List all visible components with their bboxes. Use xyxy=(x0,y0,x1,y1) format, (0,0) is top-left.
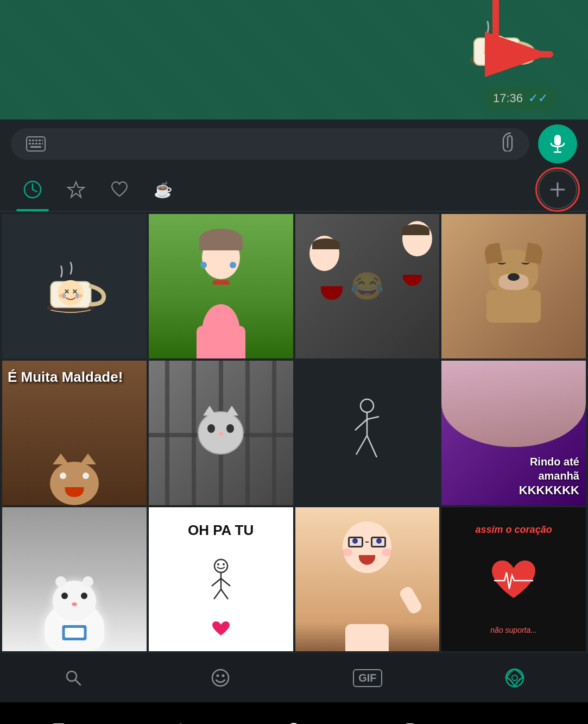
svg-line-53 xyxy=(214,589,221,599)
sticker-cat-cage[interactable] xyxy=(149,361,293,505)
emoji-tab-button[interactable] xyxy=(201,658,240,697)
svg-line-44 xyxy=(367,417,379,419)
nav-recents[interactable] xyxy=(395,713,428,724)
sticker-rindo[interactable]: Rindo atéamanhãKKKKKKK xyxy=(441,361,586,505)
svg-point-47 xyxy=(214,559,227,572)
message-bubble: 17:36 ✓✓ xyxy=(485,87,555,110)
svg-rect-18 xyxy=(39,143,41,144)
chat-background: ✕ ✕ 17:36 ✓✓ xyxy=(0,0,588,119)
sticker-coffee-cry[interactable] xyxy=(2,214,147,358)
sticker-oh-pa-tu[interactable]: OH PA TU xyxy=(149,507,293,652)
svg-rect-21 xyxy=(554,135,561,146)
svg-line-26 xyxy=(33,190,37,192)
oh-pa-tu-text: OH PA TU xyxy=(188,522,254,539)
svg-rect-20 xyxy=(30,146,41,148)
svg-rect-14 xyxy=(42,140,43,141)
sticker-girl[interactable] xyxy=(149,214,293,358)
mic-button[interactable] xyxy=(538,124,577,163)
search-sticker-button[interactable] xyxy=(54,658,93,697)
svg-rect-13 xyxy=(39,140,41,141)
svg-line-43 xyxy=(355,419,367,430)
svg-line-45 xyxy=(356,436,367,455)
nav-switch[interactable] xyxy=(513,713,546,724)
svg-point-59 xyxy=(222,675,225,677)
nav-recent-apps[interactable] xyxy=(42,713,75,724)
sticker-pomeranian[interactable] xyxy=(2,507,147,652)
check-marks: ✓✓ xyxy=(528,91,548,105)
message-time: 17:36 xyxy=(493,91,523,105)
svg-rect-12 xyxy=(35,140,37,141)
svg-point-40 xyxy=(75,294,83,298)
svg-point-60 xyxy=(506,669,523,687)
svg-point-32 xyxy=(58,280,83,306)
svg-point-7 xyxy=(502,51,510,55)
sticker-tabs-bar: ☕ xyxy=(0,168,588,212)
svg-rect-15 xyxy=(29,143,31,144)
svg-rect-10 xyxy=(29,140,31,141)
sticker-walking-figure[interactable] xyxy=(295,361,440,505)
maldade-text: É Muita Maldade! xyxy=(8,369,141,386)
svg-point-49 xyxy=(223,563,225,565)
nav-home[interactable] xyxy=(277,713,310,724)
sticker-cat-maldade[interactable]: É Muita Maldade! xyxy=(2,361,147,505)
sticker-dog[interactable] xyxy=(441,214,586,358)
sticker-grid: 😂 xyxy=(0,212,588,653)
sticker-coracao[interactable]: assim o coração não suporta... xyxy=(441,507,586,652)
add-sticker-button[interactable] xyxy=(538,170,577,209)
svg-text:✕: ✕ xyxy=(501,43,506,51)
svg-line-51 xyxy=(212,578,221,586)
svg-text:✕: ✕ xyxy=(488,43,493,51)
bottom-emoji-bar: GIF xyxy=(0,653,588,702)
svg-rect-16 xyxy=(32,143,34,144)
keyboard-icon[interactable] xyxy=(22,130,50,158)
svg-point-48 xyxy=(217,563,219,565)
svg-point-57 xyxy=(212,670,229,686)
attach-icon[interactable] xyxy=(502,132,519,156)
svg-point-6 xyxy=(484,51,491,55)
svg-line-54 xyxy=(221,589,228,599)
svg-point-41 xyxy=(361,399,374,412)
sticker-panel: ☕ xyxy=(0,168,588,653)
svg-rect-11 xyxy=(32,140,34,141)
svg-rect-17 xyxy=(35,143,37,144)
gif-label: GIF xyxy=(353,669,382,687)
sticker-laughing[interactable]: 😂 xyxy=(295,214,440,358)
tab-heart[interactable] xyxy=(98,168,141,211)
tab-active-indicator xyxy=(16,209,49,211)
android-nav-bar xyxy=(0,702,588,724)
message-input-field[interactable] xyxy=(11,128,529,160)
svg-line-52 xyxy=(221,578,230,586)
girl-photo xyxy=(149,214,293,358)
coracao-text: assim o coração xyxy=(476,524,552,536)
svg-line-56 xyxy=(75,680,80,685)
svg-point-61 xyxy=(512,675,517,681)
tab-recent[interactable] xyxy=(11,168,54,211)
svg-point-39 xyxy=(59,294,66,298)
sticker-baby-glasses[interactable] xyxy=(295,507,440,652)
svg-marker-27 xyxy=(68,182,84,197)
sticker-tab-button[interactable] xyxy=(495,658,534,697)
input-bar xyxy=(0,119,588,168)
svg-rect-19 xyxy=(42,143,43,144)
svg-line-46 xyxy=(367,436,377,457)
tab-category[interactable]: ☕ xyxy=(141,168,185,211)
nav-back[interactable] xyxy=(160,713,193,724)
gif-tab-button[interactable]: GIF xyxy=(348,658,387,697)
svg-point-58 xyxy=(217,675,219,677)
tab-favorites[interactable] xyxy=(54,168,98,211)
top-sticker: ✕ ✕ xyxy=(458,0,545,96)
